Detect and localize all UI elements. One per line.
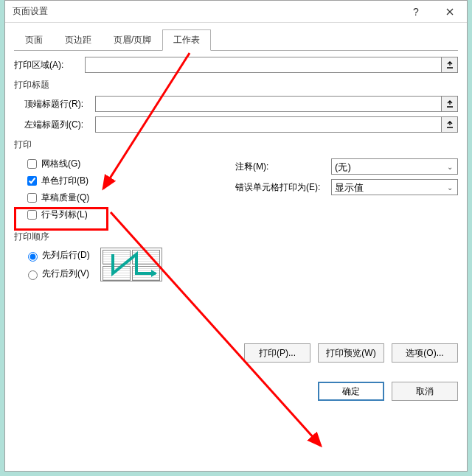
- down-then-over-row: 先列后行(D): [24, 249, 90, 262]
- print-area-row: 打印区域(A):: [14, 57, 458, 73]
- print-section-label: 打印: [14, 139, 458, 151]
- collapse-dialog-icon: [445, 120, 454, 129]
- draft-row: 草稿质量(Q): [24, 191, 228, 205]
- over-then-down-radio[interactable]: [28, 270, 38, 280]
- action-buttons: 打印(P)... 打印预览(W) 选项(O)...: [14, 343, 458, 363]
- rows-repeat-range-button[interactable]: [442, 96, 458, 112]
- collapse-dialog-icon: [445, 60, 454, 69]
- gridlines-label: 网格线(G): [41, 158, 80, 170]
- rows-repeat-label: 顶端标题行(R):: [24, 98, 95, 111]
- down-then-over-label: 先列后行(D): [42, 249, 90, 262]
- cols-repeat-range-button[interactable]: [442, 116, 458, 133]
- page-order-preview: [100, 248, 162, 281]
- print-area-range-button[interactable]: [442, 57, 458, 73]
- gridlines-checkbox[interactable]: [27, 159, 37, 169]
- comments-row: 注释(M): (无) ⌄: [235, 158, 458, 175]
- titlebar: 页面设置 ?: [5, 1, 467, 23]
- print-preview-button[interactable]: 打印预览(W): [318, 343, 384, 363]
- cell-errors-label: 错误单元格打印为(E):: [235, 181, 331, 194]
- black-white-checkbox[interactable]: [27, 176, 37, 186]
- cancel-button[interactable]: 取消: [392, 382, 458, 401]
- cols-repeat-input[interactable]: [95, 116, 442, 133]
- row-col-headings-checkbox[interactable]: [27, 210, 37, 220]
- print-area-input[interactable]: [85, 57, 442, 73]
- dialog-title: 页面设置: [5, 5, 48, 18]
- dialog-content: 页面 页边距 页眉/页脚 工作表 打印区域(A): 打印标题 顶端标题行(R):: [5, 23, 467, 471]
- tab-page[interactable]: 页面: [14, 29, 54, 51]
- collapse-dialog-icon: [445, 99, 454, 108]
- tab-sheet[interactable]: 工作表: [162, 29, 211, 51]
- row-col-headings-label: 行号列标(L): [41, 209, 88, 221]
- options-button[interactable]: 选项(O)...: [392, 343, 458, 363]
- page-setup-dialog: 页面设置 ? 页面 页边距 页眉/页脚 工作表 打印区域(A): 打印标题: [4, 0, 468, 472]
- comments-select[interactable]: (无): [331, 158, 458, 175]
- black-white-row: 单色打印(B): [24, 174, 228, 188]
- comments-label: 注释(M):: [235, 161, 331, 173]
- over-then-down-label: 先行后列(V): [42, 267, 89, 280]
- ok-button[interactable]: 确定: [318, 382, 384, 401]
- help-button[interactable]: ?: [399, 1, 433, 23]
- draft-label: 草稿质量(Q): [41, 192, 89, 204]
- cell-errors-select[interactable]: 显示值: [331, 179, 458, 195]
- close-button[interactable]: [433, 1, 467, 23]
- rows-repeat-input[interactable]: [95, 96, 442, 112]
- cols-repeat-row: 左端标题列(C):: [24, 116, 458, 133]
- draft-checkbox[interactable]: [27, 193, 37, 203]
- gridlines-row: 网格线(G): [24, 157, 228, 171]
- over-then-down-row: 先行后列(V): [24, 267, 90, 280]
- row-col-headings-row: 行号列标(L): [24, 208, 228, 222]
- page-order-label: 打印顺序: [14, 231, 458, 243]
- cols-repeat-label: 左端标题列(C):: [24, 119, 95, 131]
- tab-header-footer[interactable]: 页眉/页脚: [103, 29, 162, 51]
- print-area-label: 打印区域(A):: [14, 59, 85, 71]
- tab-margins[interactable]: 页边距: [54, 29, 103, 51]
- print-button[interactable]: 打印(P)...: [244, 343, 310, 363]
- cell-errors-row: 错误单元格打印为(E): 显示值 ⌄: [235, 179, 458, 195]
- print-titles-label: 打印标题: [14, 79, 458, 91]
- close-icon: [446, 8, 454, 15]
- black-white-label: 单色打印(B): [41, 175, 88, 187]
- page-order-block: 先列后行(D) 先行后列(V): [14, 246, 458, 283]
- tab-strip: 页面 页边距 页眉/页脚 工作表: [14, 29, 458, 51]
- dialog-buttons: 确定 取消: [14, 382, 458, 401]
- rows-repeat-row: 顶端标题行(R):: [24, 96, 458, 112]
- down-then-over-radio[interactable]: [28, 252, 38, 262]
